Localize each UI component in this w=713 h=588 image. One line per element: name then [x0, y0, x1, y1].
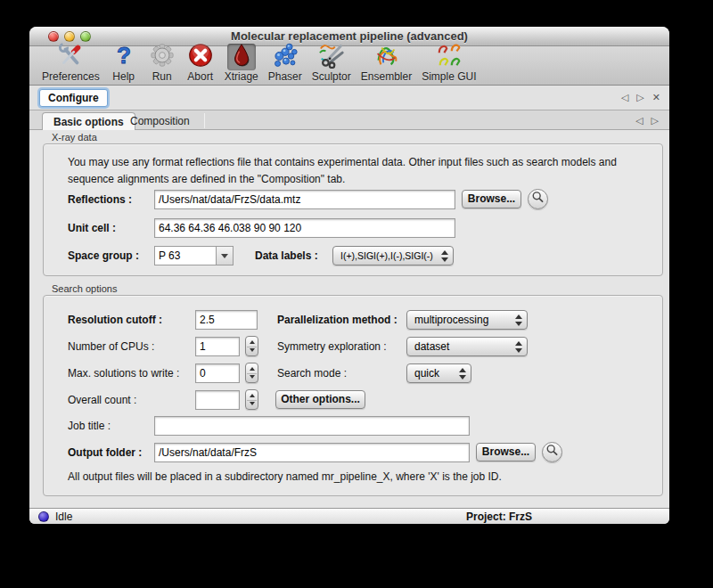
other-options-button[interactable]: Other options...	[275, 390, 365, 409]
toolbar-button-ensembler[interactable]: Ensembler	[361, 44, 412, 83]
symmetry-exploration-popup[interactable]: dataset	[406, 337, 528, 356]
simple-gui-icon	[436, 42, 463, 72]
toolbar-button-run[interactable]: Run	[148, 44, 176, 83]
search-groupbox: Resolution cutoff : 2.5 Parallelization …	[43, 295, 663, 496]
tab-composition[interactable]: Composition	[119, 112, 201, 130]
overall-count-stepper[interactable]	[245, 389, 258, 410]
max-solutions-stepper[interactable]	[245, 363, 258, 383]
overall-count-label: Overall count :	[68, 394, 136, 406]
tab-separator	[204, 113, 205, 128]
phaser-molecule-icon	[272, 42, 299, 72]
space-group-combobox[interactable]: P 63	[154, 246, 234, 265]
max-solutions-input[interactable]: 0	[195, 363, 240, 383]
search-mode-label: Search mode :	[277, 367, 347, 380]
toolbar: Preferences ? Help	[29, 46, 669, 86]
xray-groupbox: You may use any format reflections file …	[43, 143, 663, 276]
symmetry-exploration-value: dataset	[414, 340, 449, 353]
toolbar-button-abort[interactable]: Abort	[186, 44, 215, 83]
basic-options-panel: X-ray data You may use any format reflec…	[29, 130, 669, 508]
unit-cell-input[interactable]: 64.36 64.36 46.038 90 90 120	[154, 218, 455, 238]
data-labels-popup[interactable]: I(+),SIGI(+),I(-),SIGI(-)	[332, 246, 454, 265]
reflections-view-button[interactable]	[528, 189, 548, 209]
parallelization-method-value: multiprocessing	[414, 314, 488, 326]
configure-tab-bar: Configure ◁ ▷ ✕	[29, 86, 669, 110]
toolbar-label: Ensembler	[361, 70, 412, 83]
job-title-input[interactable]	[154, 416, 470, 436]
search-mode-value: quick	[414, 367, 439, 380]
output-folder-view-button[interactable]	[542, 442, 562, 462]
abort-red-x-icon	[187, 42, 214, 72]
output-folder-browse-button[interactable]: Browse...	[476, 443, 536, 461]
toolbar-button-preferences[interactable]: Preferences	[42, 44, 100, 83]
data-labels-value: I(+),SIGI(+),I(-),SIGI(-)	[340, 250, 433, 261]
status-led-icon	[38, 511, 49, 522]
overall-count-input[interactable]	[195, 390, 240, 410]
tab-scroll-right-icon[interactable]: ▷	[636, 91, 643, 103]
space-group-value: P 63	[159, 247, 180, 265]
parallelization-method-popup[interactable]: multiprocessing	[406, 310, 528, 330]
options-tab-bar: Basic options Composition ◁ ▷	[29, 110, 669, 130]
popup-arrows-icon	[515, 340, 522, 354]
search-mode-popup[interactable]: quick	[406, 363, 471, 383]
popup-arrows-icon	[515, 314, 522, 327]
status-text: Idle	[55, 510, 72, 523]
output-folder-label: Output folder :	[68, 446, 142, 459]
preferences-tools-icon	[57, 42, 84, 72]
num-cpus-input[interactable]: 1	[195, 337, 240, 356]
magnifier-icon	[545, 444, 559, 461]
symmetry-exploration-label: Symmetry exploration :	[277, 340, 387, 353]
combo-dropdown-button[interactable]	[216, 247, 233, 265]
toolbar-label: Run	[152, 70, 172, 83]
data-labels-label: Data labels :	[255, 249, 318, 262]
tab-scroll-left-icon[interactable]: ◁	[635, 115, 643, 127]
desktop-background: Molecular replacement pipeline (advanced…	[0, 0, 713, 588]
run-gear-icon	[149, 42, 176, 72]
num-cpus-label: Number of CPUs :	[68, 340, 154, 353]
toolbar-label: Help	[112, 70, 135, 83]
help-question-icon: ?	[111, 42, 137, 72]
selected-tool-highlight	[227, 44, 256, 70]
toolbar-button-help[interactable]: ? Help	[110, 44, 138, 83]
xray-description: You may use any format reflections file …	[68, 154, 643, 188]
toolbar-button-xtriage[interactable]: Xtriage	[225, 44, 258, 83]
popup-arrows-icon	[441, 249, 448, 263]
job-title-label: Job title :	[68, 420, 111, 432]
toolbar-label: Phaser	[268, 70, 302, 83]
project-label: Project: FrzS	[466, 510, 532, 523]
reflections-label: Reflections :	[68, 193, 132, 206]
magnifier-icon	[531, 191, 545, 208]
chevron-down-icon	[221, 254, 228, 258]
sculptor-scissors-icon	[318, 42, 345, 72]
status-bar: Idle Project: FrzS	[29, 508, 669, 524]
reflections-browse-button[interactable]: Browse...	[462, 190, 521, 208]
parallelization-method-label: Parallelization method :	[277, 314, 397, 326]
toolbar-label: Sculptor	[312, 70, 351, 83]
tab-configure[interactable]: Configure	[39, 89, 108, 107]
toolbar-label: Xtriage	[225, 70, 258, 83]
reflections-input[interactable]: /Users/nat/data/FrzS/data.mtz	[154, 190, 455, 209]
toolbar-button-simple-gui[interactable]: Simple GUI	[422, 44, 476, 83]
toolbar-button-sculptor[interactable]: Sculptor	[312, 44, 351, 83]
app-window: Molecular replacement pipeline (advanced…	[29, 27, 669, 524]
tab-scroll-right-icon[interactable]: ▷	[652, 115, 659, 127]
toolbar-label: Simple GUI	[422, 70, 476, 83]
tab-close-icon[interactable]: ✕	[652, 91, 660, 103]
xray-section-label: X-ray data	[52, 132, 97, 143]
search-section-label: Search options	[52, 283, 117, 294]
tab-scroll-left-icon[interactable]: ◁	[621, 91, 628, 103]
resolution-cutoff-input[interactable]: 2.5	[195, 310, 258, 330]
toolbar-label: Abort	[187, 70, 213, 83]
xtriage-drop-icon	[228, 42, 255, 72]
toolbar-label: Preferences	[42, 70, 100, 83]
space-group-label: Space group :	[68, 249, 139, 262]
max-solutions-label: Max. solutions to write :	[68, 367, 179, 380]
unit-cell-label: Unit cell :	[68, 222, 116, 234]
num-cpus-stepper[interactable]	[245, 336, 258, 356]
ensembler-ribbons-icon	[373, 42, 399, 72]
output-note: All output files will be placed in a sub…	[68, 470, 502, 483]
resolution-cutoff-label: Resolution cutoff :	[68, 314, 162, 326]
output-folder-input[interactable]: /Users/nat/data/FrzS	[154, 443, 470, 462]
toolbar-button-phaser[interactable]: Phaser	[268, 44, 302, 83]
svg-text:?: ?	[117, 42, 131, 69]
window-title: Molecular replacement pipeline (advanced…	[29, 29, 669, 43]
